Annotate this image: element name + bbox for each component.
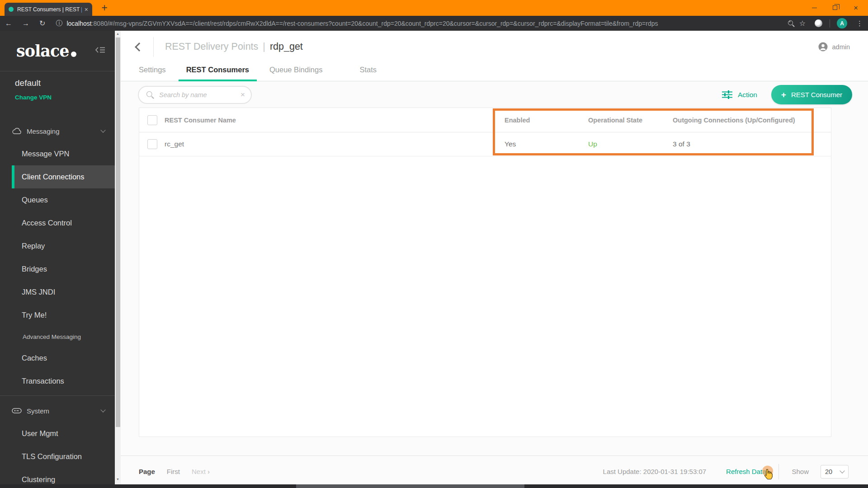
section-label: System xyxy=(27,407,49,415)
sidebar-item-advanced-messaging[interactable]: Advanced Messaging xyxy=(0,327,115,347)
sidebar-divider xyxy=(0,395,115,396)
sidebar-collapse-icon[interactable] xyxy=(95,46,106,56)
tab-rest-consumers[interactable]: REST Consumers xyxy=(179,66,257,81)
breadcrumb-separator: | xyxy=(263,41,265,52)
tab-settings[interactable]: Settings xyxy=(139,66,166,81)
search-icon xyxy=(146,91,154,99)
cloud-icon xyxy=(12,128,22,135)
bookmark-star-icon[interactable]: ☆ xyxy=(795,19,810,28)
chevron-left-icon xyxy=(135,42,144,52)
sidebar: solace default Change VPN Messaging Mess… xyxy=(0,31,115,484)
sidebar-section-system[interactable]: System xyxy=(0,399,115,422)
search-clear-icon[interactable]: × xyxy=(241,90,245,99)
row-checkbox[interactable] xyxy=(147,139,157,149)
cell-operational-state: Up xyxy=(588,140,597,148)
tab-close-icon[interactable]: × xyxy=(85,6,88,13)
window-controls: × xyxy=(804,0,866,15)
cell-outgoing-connections: 3 of 3 xyxy=(673,140,690,148)
sidebar-item-replay[interactable]: Replay xyxy=(0,235,115,258)
sidebar-item-clustering[interactable]: Clustering xyxy=(0,468,115,484)
first-page-link[interactable]: First xyxy=(167,468,180,475)
action-button[interactable]: Action xyxy=(722,90,757,99)
taskbar-edge-segment xyxy=(296,484,524,488)
header-divider xyxy=(153,37,154,57)
back-button[interactable] xyxy=(132,42,146,55)
table-header-row: REST Consumer Name Enabled Operational S… xyxy=(139,108,831,132)
browser-tab[interactable]: REST Consumers | REST | Client C × xyxy=(5,3,92,16)
new-tab-button[interactable]: + xyxy=(98,1,111,14)
sidebar-item-access-control[interactable]: Access Control xyxy=(0,211,115,235)
minimize-button[interactable] xyxy=(804,0,825,15)
back-nav-icon[interactable]: ← xyxy=(0,19,17,28)
page-info-icon[interactable]: ⓘ xyxy=(56,19,62,28)
search-input[interactable] xyxy=(159,91,241,99)
plus-icon: + xyxy=(781,90,786,100)
scroll-down-icon[interactable]: ▼ xyxy=(115,478,121,481)
sidebar-item-bridges[interactable]: Bridges xyxy=(0,258,115,281)
sidebar-item-message-vpn[interactable]: Message VPN xyxy=(0,142,115,165)
cell-consumer-name[interactable]: rc_get xyxy=(165,140,184,148)
sidebar-item-user-mgmt[interactable]: User Mgmt xyxy=(0,422,115,445)
page-size-value: 20 xyxy=(825,468,832,475)
url-host: localhost xyxy=(66,20,91,27)
main-panel: REST Delivery Points|rdp_get admin Setti… xyxy=(121,31,868,484)
rest-consumers-table: REST Consumer Name Enabled Operational S… xyxy=(139,108,831,437)
close-button[interactable]: × xyxy=(845,0,866,15)
sidebar-item-transactions[interactable]: Transactions xyxy=(0,370,115,393)
sidebar-scrollbar[interactable]: ▲ ▼ xyxy=(115,31,121,484)
section-label: Messaging xyxy=(27,127,60,135)
sidebar-item-try-me[interactable]: Try Me! xyxy=(0,304,115,327)
extension-icon[interactable] xyxy=(815,19,822,27)
breadcrumb: REST Delivery Points|rdp_get xyxy=(165,41,303,52)
scrollbar-thumb[interactable] xyxy=(116,38,120,427)
page-size-select[interactable]: 20 xyxy=(821,465,849,479)
tab-queue-bindings[interactable]: Queue Bindings xyxy=(269,66,322,81)
close-icon: × xyxy=(854,4,858,12)
profile-avatar[interactable]: A xyxy=(837,18,847,28)
browser-menu-icon[interactable]: ⋮ xyxy=(851,19,868,28)
cursor-hand-icon xyxy=(764,469,773,480)
column-header-name: REST Consumer Name xyxy=(165,117,236,124)
show-label: Show xyxy=(792,468,809,475)
user-menu[interactable]: admin xyxy=(818,42,850,52)
system-icon xyxy=(12,408,22,414)
url-path: :8080/#/msg-vpns/ZGVmYXVsdA==/client/res… xyxy=(92,20,658,27)
zoom-page-icon[interactable]: + xyxy=(788,20,795,27)
sidebar-item-queues[interactable]: Queues xyxy=(0,188,115,211)
change-vpn-link[interactable]: Change VPN xyxy=(15,94,115,101)
chevron-down-icon xyxy=(100,407,105,412)
restore-button[interactable] xyxy=(825,0,845,15)
toolbar-right: + ☆ A ⋮ xyxy=(788,18,868,28)
page-title: rdp_get xyxy=(270,41,303,52)
sidebar-item-caches[interactable]: Caches xyxy=(0,347,115,370)
search-box: × xyxy=(138,86,252,104)
next-page-link[interactable]: Next› xyxy=(192,468,210,475)
cell-enabled: Yes xyxy=(505,140,516,148)
refresh-data-link[interactable]: Refresh Data xyxy=(726,468,766,475)
select-all-checkbox[interactable] xyxy=(147,115,157,125)
forward-nav-icon[interactable]: → xyxy=(17,19,34,28)
toolbar-separator xyxy=(830,19,830,28)
reload-icon[interactable]: ↻ xyxy=(34,19,50,28)
pagination-footer: Page First Next› Last Update: 2020-01-31… xyxy=(121,455,868,484)
table-row[interactable]: rc_get Yes Up 3 of 3 xyxy=(139,132,831,156)
sidebar-section-messaging[interactable]: Messaging xyxy=(0,120,115,142)
user-label: admin xyxy=(832,43,850,51)
add-rest-consumer-button[interactable]: + REST Consumer xyxy=(771,85,852,104)
sidebar-item-jms-jndi[interactable]: JMS JNDI xyxy=(0,281,115,304)
sidebar-item-client-connections[interactable]: Client Connections xyxy=(12,165,115,188)
tab-stats[interactable]: Stats xyxy=(359,66,377,81)
favicon-icon xyxy=(9,7,14,12)
breadcrumb-parent[interactable]: REST Delivery Points xyxy=(165,41,258,52)
add-button-label: REST Consumer xyxy=(791,91,842,99)
column-header-outgoing-connections: Outgoing Connections (Up/Configured) xyxy=(673,117,795,124)
column-header-operational-state: Operational State xyxy=(588,117,642,124)
content-area: × Action + REST Consumer xyxy=(121,81,868,484)
sliders-icon xyxy=(722,90,732,99)
last-update-text: Last Update: 2020-01-31 19:53:07 xyxy=(603,468,707,475)
taskbar-edge xyxy=(0,484,868,488)
scroll-up-icon[interactable]: ▲ xyxy=(115,32,121,35)
action-label: Action xyxy=(738,91,757,99)
address-bar[interactable]: ⓘ localhost:8080/#/msg-vpns/ZGVmYXVsdA==… xyxy=(52,17,785,29)
sidebar-item-tls-configuration[interactable]: TLS Configuration xyxy=(0,445,115,468)
